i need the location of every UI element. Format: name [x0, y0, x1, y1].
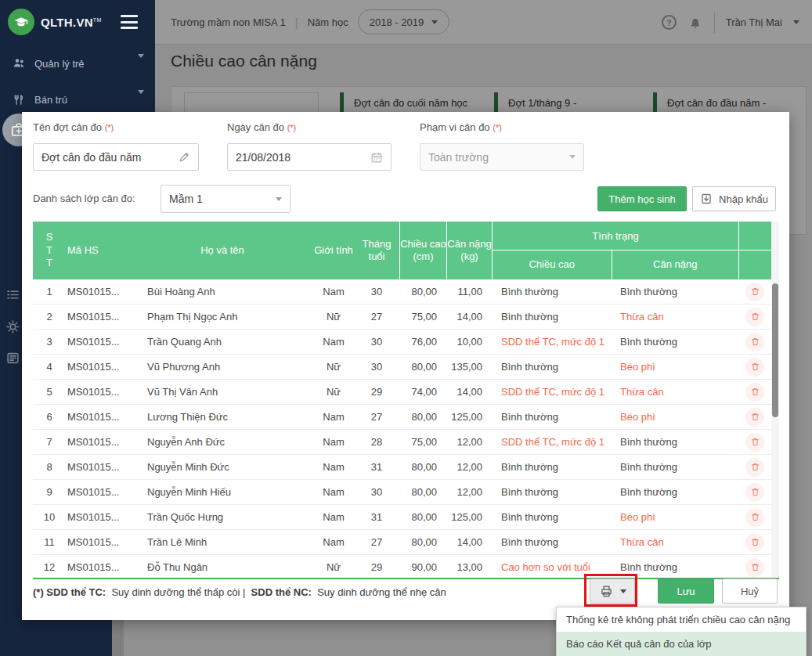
table-row: 2MS01015...Phạm Thị Ngọc AnhNữ2775,0014,… [33, 305, 771, 330]
delete-row-button[interactable] [745, 433, 764, 452]
sidebar-item-ban-tru[interactable]: Bán trú [0, 88, 155, 111]
hamburger-menu-icon[interactable] [121, 15, 138, 29]
cell-can-nang: 10,00 [446, 336, 492, 348]
table-scrollbar-thumb[interactable] [772, 283, 778, 417]
delete-row-button[interactable] [745, 408, 764, 427]
app-logo [8, 9, 34, 35]
cell-tinh-trang-can-nang: Thừa cân [611, 536, 738, 548]
cell-tinh-trang-chieu-cao: Bình thường [492, 461, 611, 473]
document-icon[interactable] [6, 351, 20, 365]
col-header-tinh-trang: Tình trạng [493, 222, 738, 251]
list-menu-icon[interactable] [6, 288, 20, 301]
round-scope-label: Phạm vi cân đo (*) [420, 121, 502, 133]
cell-can-nang: 135,00 [446, 361, 492, 373]
table-row: 7MS01015...Nguyễn Anh ĐứcNam2875,0012,00… [33, 430, 771, 455]
cell-chieu-cao: 80,00 [399, 461, 446, 473]
chevron-down-icon [276, 197, 282, 201]
add-student-button[interactable]: Thêm học sinh [597, 186, 687, 211]
table-row: 8MS01015...Nguyễn Minh ĐứcNam3180,0012,0… [33, 455, 771, 480]
delete-row-button[interactable] [745, 383, 764, 402]
cell-actions [738, 508, 771, 527]
calendar-icon [370, 151, 383, 164]
cell-gioi-tinh: Nữ [313, 561, 354, 573]
cell-ho-ten: Vũ Thị Vân Anh [132, 386, 313, 398]
cell-gioi-tinh: Nam [313, 486, 354, 498]
cell-actions [738, 533, 771, 552]
import-button[interactable]: Nhập khẩu [692, 186, 776, 211]
cell-ma-hs: MS01015... [66, 561, 132, 573]
menu-item-class-measurement-report[interactable]: Báo cáo Kết quả cân đo của lớp [557, 632, 806, 656]
cancel-button[interactable]: Huỷ [722, 579, 778, 604]
cell-ma-hs: MS01015... [66, 311, 132, 323]
sidebar-item-quan-ly-tre[interactable]: Quản lý trẻ [0, 52, 155, 75]
cell-tinh-trang-can-nang: Thừa cân [611, 311, 738, 323]
col-header-tt-can-nang: Cân nặng [612, 251, 738, 279]
gear-icon[interactable] [6, 320, 20, 333]
cell-ho-ten: Nguyễn Minh Đức [132, 461, 313, 473]
col-header-actions [738, 222, 771, 279]
cell-ho-ten: Nguyễn Minh Hiếu [132, 486, 313, 498]
cell-thang-tuoi: 27 [354, 311, 399, 323]
cell-gioi-tinh: Nam [313, 536, 354, 548]
cell-tinh-trang-chieu-cao: SDD thể TC, mức độ 1 [492, 436, 611, 448]
delete-row-button[interactable] [745, 558, 764, 577]
cell-thang-tuoi: 30 [354, 286, 399, 297]
cell-ma-hs: MS01015... [66, 361, 132, 373]
print-dropdown-button[interactable] [590, 579, 635, 604]
cell-chieu-cao: 80,00 [399, 511, 446, 523]
round-name-label: Tên đợt cân đo (*) [33, 121, 114, 133]
table-row: 12MS01015...Đỗ Thu NgânNữ2990,0013,00Cao… [33, 555, 771, 578]
cell-can-nang: 125,00 [446, 411, 492, 423]
cell-chieu-cao: 75,00 [399, 311, 446, 323]
sidebar-bottom [0, 620, 112, 656]
table-row: 11MS01015...Trần Lê MinhNam2780,0014,00B… [33, 530, 771, 555]
cell-stt: 8 [33, 461, 66, 473]
col-header-ma-hs: Mã HS [66, 222, 132, 279]
pencil-edit-icon [179, 151, 190, 163]
cell-actions [738, 358, 771, 377]
sidebar: QLTH.VNTM Quản lý trẻ Bán trú [0, 0, 155, 112]
delete-row-button[interactable] [745, 308, 764, 326]
cell-thang-tuoi: 30 [354, 361, 399, 373]
cell-ho-ten: Trần Quốc Hưng [132, 511, 313, 523]
delete-row-button[interactable] [745, 283, 764, 301]
cell-ma-hs: MS01015... [66, 386, 132, 398]
cell-chieu-cao: 80,00 [399, 486, 446, 498]
cell-ma-hs: MS01015... [66, 436, 132, 448]
menu-item-growth-statistics[interactable]: Thống kê trẻ không phát triển chiều cao … [557, 607, 806, 632]
cell-tinh-trang-chieu-cao: Bình thường [492, 511, 611, 523]
chevron-down-icon [620, 589, 626, 593]
cell-stt: 9 [33, 486, 66, 498]
cell-can-nang: 14,00 [446, 311, 492, 323]
chevron-down-icon [569, 155, 576, 159]
table-row: 9MS01015...Nguyễn Minh HiếuNam3080,0012,… [33, 480, 771, 505]
round-name-input[interactable]: Đợt cân đo đầu năm [33, 143, 199, 171]
cell-tinh-trang-can-nang: Bình thường [611, 286, 738, 297]
cell-thang-tuoi: 31 [354, 461, 399, 473]
cell-ma-hs: MS01015... [66, 486, 132, 498]
cell-tinh-trang-chieu-cao: Cao hơn so với tuổi [492, 561, 611, 573]
cell-tinh-trang-can-nang: Bình thường [611, 336, 738, 348]
sidebar-rail [0, 112, 22, 620]
delete-row-button[interactable] [745, 533, 764, 552]
cell-ho-ten: Trần Lê Minh [132, 536, 313, 548]
cell-stt: 12 [33, 561, 66, 573]
delete-row-button[interactable] [745, 458, 764, 477]
cell-tinh-trang-chieu-cao: Bình thường [492, 536, 611, 548]
delete-row-button[interactable] [745, 358, 764, 377]
delete-row-button[interactable] [745, 333, 764, 351]
cell-chieu-cao: 80,00 [399, 361, 446, 373]
delete-row-button[interactable] [745, 483, 764, 502]
cell-thang-tuoi: 27 [354, 536, 399, 548]
delete-row-button[interactable] [745, 508, 764, 527]
cell-tinh-trang-can-nang: Bình thường [611, 486, 738, 498]
cell-actions [738, 483, 771, 502]
round-date-label: Ngày cân đo (*) [227, 121, 296, 133]
col-header-stt: STT [33, 222, 66, 279]
round-date-input[interactable]: 21/08/2018 [227, 143, 392, 171]
save-button[interactable]: Lưu [658, 579, 714, 604]
table-row: 5MS01015...Vũ Thị Vân AnhNữ2974,0014,00S… [33, 380, 771, 405]
table-body: 1MS01015...Bùi Hoàng AnhNam3080,0011,00B… [33, 279, 771, 578]
class-select[interactable]: Mầm 1 [161, 185, 291, 213]
cell-chieu-cao: 80,00 [399, 536, 446, 548]
